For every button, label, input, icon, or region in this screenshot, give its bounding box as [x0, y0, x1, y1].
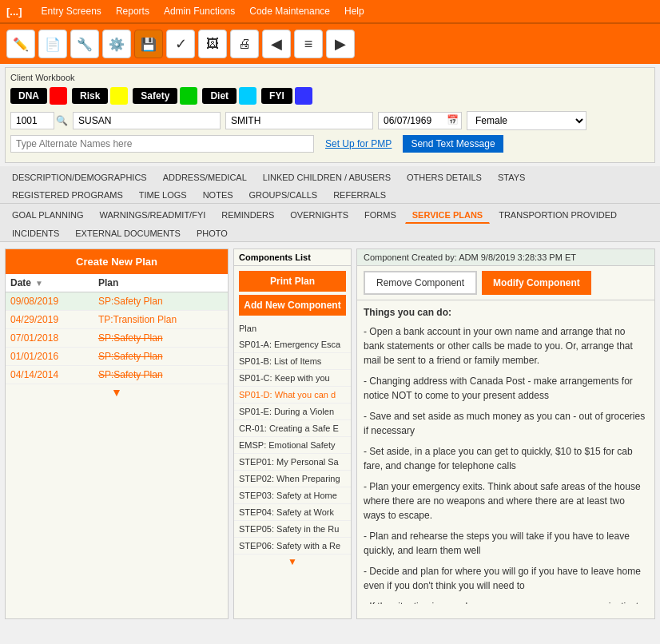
badge-row: DNA Risk Safety Diet FYI: [10, 87, 650, 105]
detail-content: Things you can do: - Open a bank account…: [357, 300, 654, 604]
calendar-icon[interactable]: 📅: [447, 114, 459, 125]
nav-code-maintenance[interactable]: Code Maintenance: [249, 6, 330, 17]
tool-back[interactable]: ◀: [262, 30, 291, 58]
component-item[interactable]: SP01-B: List of Items: [234, 353, 351, 370]
tab-others-details[interactable]: OTHERS DETAILS: [400, 169, 489, 185]
dot-safety: [180, 87, 197, 105]
component-item[interactable]: SP01-A: Emergency Esca: [234, 336, 351, 353]
detail-item: - Set aside, in a place you can get to q…: [364, 444, 648, 473]
component-item[interactable]: CR-01: Creating a Safe E: [234, 420, 351, 437]
tab-photo[interactable]: PHOTO: [189, 225, 235, 241]
tool-edit[interactable]: ✏️: [6, 30, 35, 58]
search-icon[interactable]: 🔍: [56, 115, 68, 126]
tab-forms[interactable]: FORMS: [357, 207, 404, 224]
plan-date-link[interactable]: 07/01/2018: [10, 332, 58, 344]
plan-date-cell: 04/29/2019: [6, 311, 93, 329]
component-item[interactable]: SP01-C: Keep with you: [234, 370, 351, 387]
components-header: Components List: [234, 249, 351, 266]
plan-date-link[interactable]: 01/01/2016: [10, 351, 58, 362]
plan-row[interactable]: 09/08/2019SP:Safety Plan: [6, 292, 228, 311]
plan-date-link[interactable]: 04/29/2019: [10, 314, 58, 325]
component-item[interactable]: STEP05: Safety in the Ru: [234, 521, 351, 538]
gender-select[interactable]: Female Male Other: [467, 111, 586, 130]
detail-item: - Plan and rehearse the steps you will t…: [364, 529, 648, 558]
plan-label: Plan: [234, 320, 351, 336]
tool-save[interactable]: 💾: [134, 30, 163, 58]
dot-fyi: [295, 87, 312, 105]
tool-check[interactable]: ✓: [166, 30, 195, 58]
tab-notes[interactable]: NOTES: [196, 187, 241, 203]
plan-row[interactable]: 07/01/2018SP:Safety Plan: [6, 329, 228, 348]
pmp-link[interactable]: Set Up for PMP: [325, 138, 392, 149]
component-item[interactable]: STEP06: Safety with a Re: [234, 538, 351, 555]
component-item[interactable]: EMSP: Emotional Safety: [234, 437, 351, 454]
sort-date-icon[interactable]: ▼: [35, 279, 43, 288]
tab-goal-planning[interactable]: GOAL PLANNING: [5, 207, 90, 224]
tab-address[interactable]: ADDRESS/MEDICAL: [156, 169, 254, 185]
plans-scroll-down[interactable]: ▼: [6, 384, 228, 400]
dot-risk: [110, 87, 128, 105]
tool-menu[interactable]: ≡: [294, 30, 323, 58]
tab-linked-children[interactable]: LINKED CHILDREN / ABUSERS: [256, 169, 398, 185]
component-item[interactable]: SP01-D: What you can d: [234, 387, 351, 403]
badge-risk-pair: Risk: [72, 87, 128, 105]
component-item[interactable]: STEP03: Safety at Home: [234, 487, 351, 504]
plan-row[interactable]: 01/01/2016SP:Safety Plan: [6, 348, 228, 366]
nav-reports[interactable]: Reports: [116, 6, 149, 17]
nav-tabs-row1: DESCRIPTION/DEMOGRAPHICS ADDRESS/MEDICAL…: [0, 166, 660, 204]
tab-service-plans[interactable]: SERVICE PLANS: [405, 207, 490, 224]
create-plan-button[interactable]: Create New Plan: [6, 249, 228, 274]
plan-name-link[interactable]: TP:Transition Plan: [98, 314, 177, 325]
tab-time-logs[interactable]: TIME LOGS: [132, 187, 194, 203]
plan-row[interactable]: 04/29/2019TP:Transition Plan: [6, 311, 228, 329]
component-item[interactable]: STEP02: When Preparing: [234, 471, 351, 487]
component-item[interactable]: SP01-E: During a Violen: [234, 403, 351, 420]
component-item[interactable]: STEP04: Safety at Work: [234, 504, 351, 521]
badge-fyi: FYI: [261, 88, 292, 104]
detail-items-container: - Open a bank account in your own name a…: [364, 324, 648, 604]
modify-component-button[interactable]: Modify Component: [482, 271, 591, 295]
nav-help[interactable]: Help: [344, 6, 364, 17]
tab-transportion[interactable]: TRANSPORTION PROVIDED: [491, 207, 624, 224]
dob-field: 📅: [378, 112, 462, 129]
tool-gear[interactable]: ⚙️: [102, 30, 131, 58]
alt-names-input[interactable]: [10, 135, 314, 153]
client-id-input[interactable]: [10, 112, 54, 129]
tab-referrals[interactable]: REFERRALS: [326, 187, 393, 203]
nav-admin-functions[interactable]: Admin Functions: [164, 6, 235, 17]
tab-warnings[interactable]: WARNINGS/READMIT/FYI: [92, 207, 213, 224]
tab-reminders[interactable]: REMINDERS: [214, 207, 281, 224]
client-fields-row2: Set Up for PMP Send Text Message: [10, 135, 650, 153]
tool-forward[interactable]: ▶: [326, 30, 355, 58]
plan-row[interactable]: 04/14/2014SP:Safety Plan: [6, 366, 228, 384]
tool-wrench[interactable]: 🔧: [70, 30, 99, 58]
comp-scroll-down[interactable]: ▼: [234, 555, 351, 569]
plan-name-link[interactable]: SP:Safety Plan: [98, 369, 163, 380]
tool-print[interactable]: 🖨: [230, 30, 259, 58]
tab-external-docs[interactable]: EXTERNAL DOCUMENTS: [68, 225, 188, 241]
remove-component-button[interactable]: Remove Component: [364, 271, 477, 295]
tab-stays[interactable]: STAYS: [491, 169, 532, 185]
component-item[interactable]: STEP01: My Personal Sa: [234, 454, 351, 471]
add-component-button[interactable]: Add New Component: [239, 295, 346, 316]
tool-image[interactable]: 🖼: [198, 30, 227, 58]
tab-incidents[interactable]: INCIDENTS: [5, 225, 66, 241]
plan-name-cell: SP:Safety Plan: [93, 329, 228, 348]
plans-table: Date ▼ Plan 09/08/2019SP:Safety Plan04/2…: [6, 274, 228, 384]
tab-description[interactable]: DESCRIPTION/DEMOGRAPHICS: [5, 169, 154, 185]
send-text-btn[interactable]: Send Text Message: [403, 135, 503, 153]
plan-name-link[interactable]: SP:Safety Plan: [98, 332, 163, 344]
tab-groups-calls[interactable]: GROUPS/CALLS: [242, 187, 325, 203]
tab-overnights[interactable]: OVERNIGHTS: [283, 207, 356, 224]
plan-date-link[interactable]: 04/14/2014: [10, 369, 58, 380]
nav-entry-screens[interactable]: Entry Screens: [42, 6, 101, 17]
first-name-input[interactable]: [73, 112, 221, 129]
tab-registered-programs[interactable]: REGISTERED PROGRAMS: [5, 187, 130, 203]
last-name-input[interactable]: [225, 112, 373, 129]
plan-date-link[interactable]: 09/08/2019: [10, 296, 58, 307]
detail-item: - If the situation is very dangerous, yo…: [364, 599, 648, 604]
plan-name-link[interactable]: SP:Safety Plan: [98, 351, 163, 362]
plan-name-link[interactable]: SP:Safety Plan: [98, 296, 163, 307]
print-plan-button[interactable]: Print Plan: [239, 271, 346, 292]
tool-copy[interactable]: 📄: [38, 30, 67, 58]
